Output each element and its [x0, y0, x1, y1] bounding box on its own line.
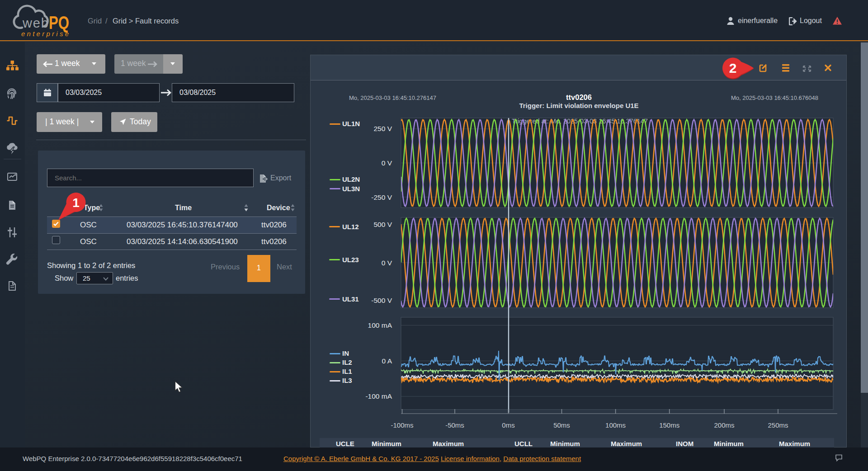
- svg-text:web: web: [22, 16, 48, 30]
- svg-text:enterprise: enterprise: [21, 30, 69, 38]
- svg-text:2: 2: [729, 61, 737, 75]
- svg-text:1: 1: [72, 196, 80, 210]
